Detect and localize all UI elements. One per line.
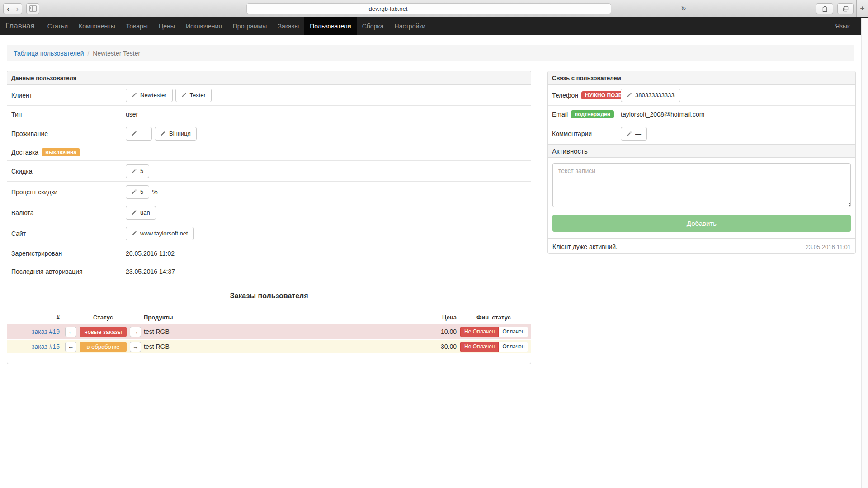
pencil-icon (160, 131, 165, 136)
row-client: Клиент Newtester Tester (7, 85, 531, 106)
row-type: Тип user (7, 106, 531, 123)
address-bar[interactable]: dev.rgb-lab.net ↻ (246, 3, 611, 14)
region-value: — (140, 130, 146, 137)
nav-item-users[interactable]: Пользователи (304, 17, 356, 35)
order-row: заказ #19 ← новые заказы → test RGB 10.0… (7, 324, 531, 339)
arrow-right-icon: → (132, 343, 138, 350)
status-next-button[interactable]: → (130, 342, 141, 352)
status-prev-button[interactable]: ← (65, 342, 76, 352)
nav-item-settings[interactable]: Настройки (389, 17, 431, 35)
main-navbar: Главная Статьи Компоненты Товары Цены Ис… (0, 17, 868, 35)
share-icon (821, 5, 828, 12)
order-products: test RGB (143, 343, 366, 350)
edit-first-name-button[interactable]: Newtester (126, 89, 173, 102)
browser-toolbar: ‹ › dev.rgb-lab.net ↻ + (0, 0, 868, 17)
sidebar-button[interactable] (26, 3, 39, 14)
order-link[interactable]: заказ #19 (32, 328, 60, 335)
arrow-left-icon: ← (68, 328, 74, 335)
first-name-value: Newtester (140, 92, 167, 99)
orders-table: # Статус Продукты Цена Фин. статус заказ… (7, 311, 531, 353)
arrow-right-icon: → (132, 328, 138, 335)
delivery-label: Доставка (11, 149, 38, 156)
last-auth-label: Последняя авторизация (7, 268, 126, 275)
unpaid-button[interactable]: Не Оплачен (460, 327, 499, 337)
reload-button[interactable]: ↻ (679, 4, 689, 13)
url-text: dev.rgb-lab.net (369, 5, 408, 12)
nav-item-orders[interactable]: Заказы (272, 17, 304, 35)
back-button[interactable]: ‹ (4, 4, 13, 14)
scrollbar-track[interactable] (861, 18, 868, 488)
nav-item-exceptions[interactable]: Исключения (180, 17, 227, 35)
edit-last-name-button[interactable]: Tester (175, 89, 212, 102)
add-note-button[interactable]: Добавить (552, 215, 851, 232)
activity-entry: Клієнт дуже активний. 23.05.2016 11:01 (548, 238, 855, 255)
row-currency: Валюта uah (7, 202, 531, 223)
activity-note-input[interactable] (552, 163, 851, 207)
row-last-auth: Последняя авторизация 23.05.2016 14:37 (7, 263, 531, 280)
status-next-button[interactable]: → (130, 327, 141, 337)
order-products: test RGB (143, 328, 366, 335)
user-data-panel: Данные пользователя Клиент Newtester Tes… (7, 71, 531, 364)
type-label: Тип (7, 111, 126, 118)
breadcrumb-separator: / (87, 50, 89, 57)
paid-button[interactable]: Оплачен (499, 327, 528, 337)
edit-city-button[interactable]: Вінниця (155, 127, 197, 141)
navbar-brand[interactable]: Главная (5, 17, 42, 35)
contact-panel-title: Связь с пользователем (548, 71, 855, 85)
breadcrumb-users-table-link[interactable]: Таблица пользователей (14, 50, 84, 57)
new-tab-button[interactable]: + (856, 0, 868, 17)
pencil-icon (132, 93, 137, 98)
breadcrumb: Таблица пользователей / Newtester Tester (7, 45, 854, 61)
orders-title: Заказы пользователя (7, 292, 531, 301)
phone-label: Телефон (552, 92, 578, 99)
nav-item-build[interactable]: Сборка (357, 17, 389, 35)
orders-header-row: # Статус Продукты Цена Фин. статус (7, 311, 531, 324)
pencil-icon (627, 131, 632, 136)
order-price: 10.00 (366, 328, 457, 335)
nav-item-components[interactable]: Компоненты (73, 17, 121, 35)
tab-overview-button[interactable] (837, 3, 854, 14)
nav-item-goods[interactable]: Товары (121, 17, 153, 35)
row-email: Email подтвержден taylorsoft_2008@hotmai… (548, 106, 855, 123)
order-status-badge: в обработке (80, 342, 127, 352)
edit-phone-button[interactable]: 380333333333 (621, 89, 680, 102)
paid-button[interactable]: Оплачен (499, 342, 528, 352)
phone-value: 380333333333 (635, 92, 675, 99)
site-label: Сайт (7, 230, 126, 237)
edit-site-button[interactable]: www.taylorsoft.net (126, 227, 194, 240)
status-prev-button[interactable]: ← (65, 327, 76, 337)
currency-value: uah (140, 209, 150, 216)
email-label: Email (552, 111, 568, 118)
pencil-icon (132, 210, 137, 215)
site-value: www.taylorsoft.net (140, 230, 188, 237)
activity-section-title: Активность (548, 144, 855, 158)
edit-region-button[interactable]: — (126, 127, 152, 141)
forward-button[interactable]: › (13, 4, 22, 14)
edit-currency-button[interactable]: uah (126, 206, 156, 220)
type-value: user (126, 111, 138, 118)
unpaid-button[interactable]: Не Оплачен (460, 342, 499, 352)
nav-item-prices[interactable]: Цены (153, 17, 180, 35)
last-auth-value: 23.05.2016 14:37 (126, 268, 175, 275)
nav-item-language[interactable]: Язык (835, 17, 850, 35)
order-link[interactable]: заказ #15 (32, 343, 60, 350)
contact-panel: Связь с пользователем Телефон НУЖНО ПОЗВ… (547, 71, 856, 254)
order-status-badge: новые заказы (80, 327, 127, 337)
row-phone: Телефон НУЖНО ПОЗВОНИТЬ 380333333333 (548, 85, 855, 106)
sidebar-icon (29, 5, 37, 12)
share-button[interactable] (816, 3, 833, 14)
edit-discount-button[interactable]: 5 (126, 164, 149, 178)
user-data-panel-title: Данные пользователя (7, 71, 531, 85)
row-residence: Проживание — Вінниця (7, 123, 531, 144)
row-comments: Комментарии — (548, 123, 855, 144)
edit-comments-button[interactable]: — (621, 127, 647, 141)
nav-item-articles[interactable]: Статьи (42, 17, 73, 35)
delivery-status-badge: выключена (42, 148, 80, 156)
row-registered: Зарегистрирован 20.05.2016 11:02 (7, 244, 531, 263)
nav-item-programs[interactable]: Программы (227, 17, 273, 35)
edit-discount-percent-button[interactable]: 5 (126, 185, 149, 199)
arrow-left-icon: ← (68, 343, 74, 350)
orders-header-products: Продукты (143, 314, 366, 321)
row-delivery: Доставка выключена (7, 144, 531, 161)
comments-value: — (635, 131, 641, 137)
